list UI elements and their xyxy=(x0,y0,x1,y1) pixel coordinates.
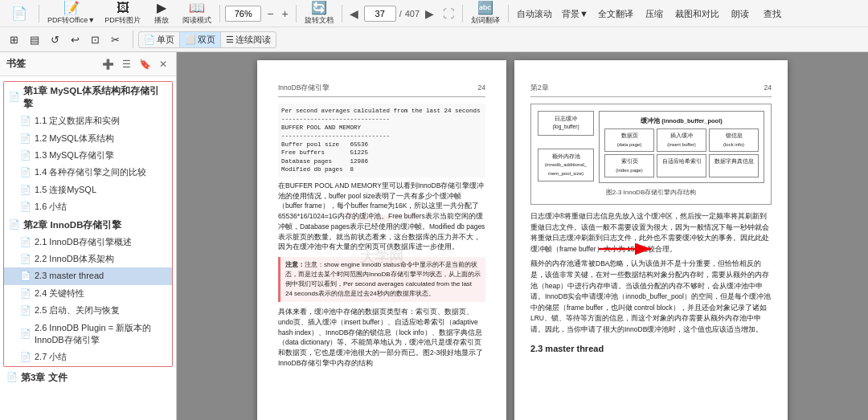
pdf-to-image-label: PDF转图片 xyxy=(104,15,141,26)
note-box: 注意：注意：show engine innodb status命令中显示的不是当… xyxy=(278,257,485,302)
sidebar-item-ch2-4[interactable]: 📄 2.4 关键特性 xyxy=(4,285,172,302)
sidebar-item-ch3[interactable]: 📄 第3章 文件 xyxy=(0,369,176,386)
pdf-to-office-label: PDF转Office▼ xyxy=(47,15,95,26)
rotate-icon: 🔄 xyxy=(311,2,327,14)
double-page-btn[interactable]: ⬜ 双页 xyxy=(179,32,220,47)
single-page-btn[interactable]: 📄 单页 xyxy=(139,32,179,47)
sidebar-item-ch2-3[interactable]: 📄 2.3 master thread xyxy=(4,267,172,284)
read-mode-btn[interactable]: 📖 阅读模式 xyxy=(179,0,215,27)
compress-btn[interactable]: 压缩 xyxy=(640,6,669,22)
main-area: 书签 ➕ ☰ 🔖 ✕ 📄 第1章 MySQL体系结构和存储引擎 📄 1.1 定义… xyxy=(0,52,868,420)
sidebar-item-ch1-4[interactable]: 📄 1.4 各种存储引擎之间的比较 xyxy=(4,164,172,181)
sep3 xyxy=(296,5,297,22)
double-page-icon: ⬜ xyxy=(185,35,196,45)
toolbar-row2: ⊞ ▤ ↺ ↩ ⊡ ✂ 📄 单页 ⬜ 双页 ☰ 连续阅读 xyxy=(0,27,868,51)
ch2-6-label: 2.6 InnoDB Plugin = 新版本的InnoDB存储引擎 xyxy=(35,322,167,347)
sidebar-close-btn[interactable]: ✕ xyxy=(157,58,170,71)
zoom-out-btn[interactable]: − xyxy=(264,7,276,20)
crop-compare-label: 裁图和对比 xyxy=(675,8,719,20)
find-label: 查找 xyxy=(764,8,781,20)
sidebar-icon-bookmark[interactable]: 🔖 xyxy=(137,58,154,71)
sidebar-item-ch2-2[interactable]: 📄 2.2 InnoDB体系架构 xyxy=(4,251,172,267)
word-translate-label: 划词翻译 xyxy=(471,15,500,26)
ch3-label: 第3章 文件 xyxy=(21,371,171,384)
data-dict-box: 数据字典真信息 xyxy=(709,154,759,177)
sidebar-item-ch2-6[interactable]: 📄 2.6 InnoDB Plugin = 新版本的InnoDB存储引擎 xyxy=(4,320,172,349)
word-translate-btn[interactable]: 🔤 划词翻译 xyxy=(468,0,503,27)
ch1-2-icon: 📄 xyxy=(20,133,31,145)
code-block: Per second averages calculated from the … xyxy=(278,104,485,177)
rotate-doc-btn[interactable]: 🔄 旋转文档 xyxy=(301,0,337,27)
left-page-num: 24 xyxy=(478,83,485,93)
left-page: 大学网 TopSage.com InnoDB存储引擎 24 Per second… xyxy=(257,60,506,420)
read-icon: 📖 xyxy=(189,2,205,14)
next-page-btn[interactable]: ▶ xyxy=(423,7,436,20)
toolbar-icon-6[interactable]: ✂ xyxy=(106,32,125,47)
ch2-label: 第2章 InnoDB存储引擎 xyxy=(23,218,167,231)
play-btn[interactable]: ▶ 播放 xyxy=(147,0,176,27)
ch1-5-icon: 📄 xyxy=(20,184,31,196)
sidebar-icon-add[interactable]: ➕ xyxy=(100,58,117,71)
buffer-pool-outer: 缓冲池 (innodb_buffer_pool) 数据页(data page) … xyxy=(599,111,764,183)
red-arrow-overlay xyxy=(595,237,659,264)
crop-compare-btn[interactable]: 裁图和对比 xyxy=(672,6,723,22)
sidebar: 书签 ➕ ☰ 🔖 ✕ 📄 第1章 MySQL体系结构和存储引擎 📄 1.1 定义… xyxy=(0,52,177,420)
read-aloud-label: 朗读 xyxy=(731,8,749,20)
toolbar-icon-2[interactable]: ▤ xyxy=(25,32,44,47)
continuous-icon: ☰ xyxy=(226,35,234,45)
sep6 xyxy=(508,5,509,22)
sep1 xyxy=(39,5,39,22)
rotate-doc-label: 旋转文档 xyxy=(305,15,334,26)
content-area: 大学网 TopSage.com InnoDB存储引擎 24 Per second… xyxy=(177,52,868,420)
pdf-to-office-btn[interactable]: 📝 PDF转Office▼ xyxy=(44,0,98,27)
toolbar-icon-5[interactable]: ⊡ xyxy=(86,32,104,47)
single-page-icon: 📄 xyxy=(144,35,155,45)
toolbar-icon-3[interactable]: ↺ xyxy=(46,32,64,47)
single-page-label: 单页 xyxy=(157,34,174,46)
pdf-to-image-btn[interactable]: 🖼 PDF转图片 xyxy=(101,0,144,27)
play-label: 播放 xyxy=(154,15,169,26)
insert-buffer-box: 插入缓冲(insert buffer) xyxy=(657,128,706,152)
toolbar-icon-4[interactable]: ↩ xyxy=(66,32,84,47)
sidebar-item-ch1-5[interactable]: 📄 1.5 连接MySQL xyxy=(4,181,172,198)
zoom-in-btn[interactable]: + xyxy=(279,7,290,20)
ch1-icon: 📄 xyxy=(9,91,20,103)
ch2-2-label: 2.2 InnoDB体系架构 xyxy=(35,253,167,265)
background-btn[interactable]: 背景▼ xyxy=(559,6,592,22)
ch2-6-icon: 📄 xyxy=(20,328,31,340)
zoom-input[interactable] xyxy=(225,6,261,22)
sidebar-item-ch1-2[interactable]: 📄 1.2 MySQL体系结构 xyxy=(4,130,172,147)
left-para1: 在BUFFER POOL AND MEMORY里可以看到InnoDB存储引擎缓冲… xyxy=(278,181,485,252)
ch2-1-icon: 📄 xyxy=(20,236,31,248)
sidebar-item-ch2-5[interactable]: 📄 2.5 启动、关闭与恢复 xyxy=(4,302,172,319)
sidebar-item-ch2[interactable]: 📄 第2章 InnoDB存储引擎 xyxy=(4,216,172,234)
sidebar-item-ch2-1[interactable]: 📄 2.1 InnoDB存储引擎概述 xyxy=(4,234,172,251)
ch1-5-label: 1.5 连接MySQL xyxy=(35,184,167,196)
ch2-1-label: 2.1 InnoDB存储引擎概述 xyxy=(35,236,167,248)
prev-page-btn[interactable]: ◀ xyxy=(347,7,361,20)
ch2-2-icon: 📄 xyxy=(20,253,31,265)
sidebar-item-ch1-3[interactable]: 📄 1.3 MySQL存储引擎 xyxy=(4,147,172,164)
toolbar: 📄 📝 PDF转Office▼ 🖼 PDF转图片 ▶ 播放 📖 阅读模式 − +… xyxy=(0,0,868,52)
page-input[interactable] xyxy=(364,6,396,22)
toolbar-icon-1[interactable]: ⊞ xyxy=(5,32,23,47)
right-page-num: 24 xyxy=(764,83,772,93)
continuous-read-btn[interactable]: ☰ 连续阅读 xyxy=(220,32,276,47)
compress-label: 压缩 xyxy=(645,8,663,20)
find-btn[interactable]: 查找 xyxy=(758,6,787,22)
sidebar-item-ch1[interactable]: 📄 第1章 MySQL体系结构和存储引擎 xyxy=(4,82,172,112)
read-aloud-btn[interactable]: 朗读 xyxy=(726,6,755,22)
ch1-6-icon: 📄 xyxy=(20,201,31,213)
auto-scroll-btn[interactable]: 自动滚动 xyxy=(514,6,555,22)
log-buffer-box: 日志缓冲(log_buffer) xyxy=(538,111,594,136)
pdf-icon-btn[interactable]: 📄 xyxy=(5,6,34,22)
ch1-3-icon: 📄 xyxy=(20,149,31,161)
sidebar-item-ch2-7[interactable]: 📄 2.7 小结 xyxy=(4,349,172,365)
sidebar-icon-list[interactable]: ☰ xyxy=(120,58,133,71)
ch2-icon: 📄 xyxy=(9,218,20,230)
left-page-header: InnoDB存储引擎 24 xyxy=(278,83,485,97)
sidebar-item-ch1-6[interactable]: 📄 1.6 小结 xyxy=(4,198,172,215)
full-translate-btn[interactable]: 全文翻译 xyxy=(595,6,637,22)
chapter1-group: 📄 第1章 MySQL体系结构和存储引擎 📄 1.1 定义数据库和实例 📄 1.… xyxy=(3,81,173,367)
sidebar-item-ch1-1[interactable]: 📄 1.1 定义数据库和实例 xyxy=(4,112,172,129)
